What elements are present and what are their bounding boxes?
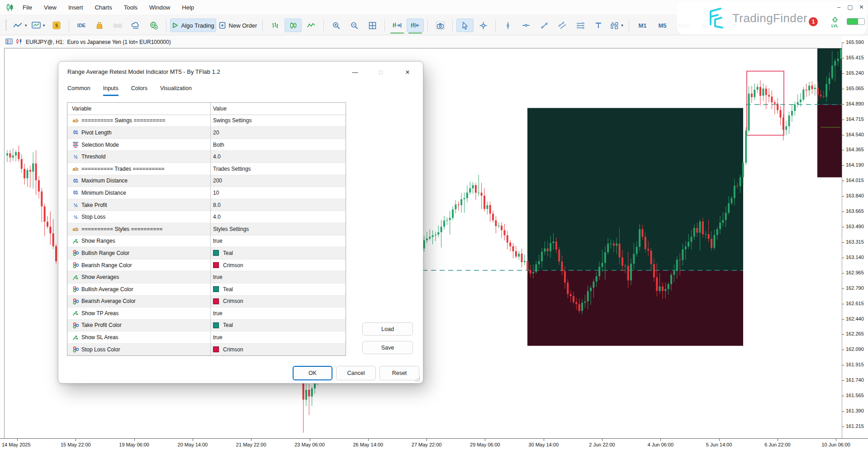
auto-scroll-icon[interactable] (407, 19, 424, 32)
vps-cloud-icon[interactable] (127, 19, 144, 32)
channel-icon[interactable] (554, 19, 571, 32)
tab-visualization[interactable]: Visualization (160, 85, 192, 96)
menu-file[interactable]: File (17, 2, 38, 13)
market-icon[interactable] (91, 19, 108, 32)
table-row[interactable]: Bullish Range ColorTeal (67, 247, 346, 259)
menu-tools[interactable]: Tools (118, 2, 143, 13)
timeframe-m1[interactable]: M1 (633, 19, 652, 32)
table-row[interactable]: Stop Loss ColorCrimson (67, 344, 346, 356)
chevron-down-icon[interactable]: ▾ (621, 23, 623, 28)
variable-value[interactable]: 4.0 (213, 214, 221, 220)
tab-colors[interactable]: Colors (131, 85, 147, 96)
trendline-icon[interactable] (536, 19, 553, 32)
table-row[interactable]: 01Maximum Distance200 (67, 175, 346, 187)
variable-value[interactable]: 10 (213, 190, 219, 196)
dialog-close-button[interactable]: ✕ (400, 66, 415, 78)
menu-help[interactable]: Help (176, 2, 200, 13)
table-row[interactable]: ab========== Trades ==========Trades Set… (67, 163, 346, 175)
table-row[interactable]: Show TP Areastrue (67, 307, 346, 320)
variable-value[interactable]: Crimson (213, 298, 243, 304)
table-row[interactable]: Bearish Range ColorCrimson (67, 259, 346, 272)
load-button[interactable]: Load (362, 322, 413, 336)
tile-windows-icon[interactable] (364, 19, 381, 32)
variable-value[interactable]: Both (213, 142, 224, 148)
notification-badge[interactable]: 1 (809, 17, 818, 26)
chevron-down-icon[interactable]: ▾ (25, 23, 27, 28)
window-minimize-button[interactable]: – (833, 2, 844, 12)
table-row[interactable]: Selection ModeBoth (67, 139, 346, 151)
variable-value[interactable]: 8.0 (213, 202, 221, 208)
fibonacci-icon[interactable] (572, 19, 589, 32)
tab-inputs[interactable]: Inputs (103, 85, 119, 96)
new-order-button[interactable]: New Order (217, 19, 259, 32)
community-icon[interactable] (145, 19, 162, 32)
table-row[interactable]: 01Minimum Distance10 (67, 187, 346, 199)
resize-grip-icon[interactable] (415, 376, 421, 384)
variable-value[interactable]: 20 (213, 130, 219, 136)
price-axis[interactable]: 165.590165.415165.240165.065164.890164.7… (842, 40, 868, 438)
variable-value[interactable]: Trades Settings (213, 166, 251, 172)
dialog-maximize-button[interactable]: □ (374, 66, 388, 78)
table-row[interactable]: ab========== Styles ==========Styles Set… (67, 223, 346, 235)
bar-chart-icon[interactable] (266, 19, 284, 32)
dialog-minimize-button[interactable]: — (348, 66, 362, 78)
menu-view[interactable]: View (38, 2, 62, 13)
variable-value[interactable]: 4.0 (213, 154, 221, 160)
chart-style-icon[interactable]: ▾ (11, 19, 29, 32)
variable-value[interactable]: 200 (213, 178, 222, 184)
window-restore-button[interactable]: ▢ (844, 2, 856, 12)
table-row[interactable]: Take Profit ColorTeal (67, 320, 346, 332)
toolbar-drag-handle[interactable] (5, 19, 7, 31)
menu-window[interactable]: Window (143, 2, 176, 13)
inputs-table[interactable]: VariableValueab========== Swings =======… (67, 102, 346, 356)
tab-common[interactable]: Common (67, 85, 90, 96)
window-close-button[interactable]: ✕ (856, 2, 867, 12)
variable-value[interactable]: true (213, 310, 223, 317)
text-tool-icon[interactable] (590, 19, 607, 32)
table-row[interactable]: Show Rangestrue (67, 235, 346, 248)
variable-value[interactable]: Teal (213, 286, 233, 293)
table-row[interactable]: Show SL Areastrue (67, 331, 346, 344)
save-button[interactable]: Save (362, 341, 413, 354)
variable-value[interactable]: Teal (213, 250, 233, 256)
line-chart-icon[interactable] (303, 19, 320, 32)
indicator-window-icon[interactable]: ▾ (30, 19, 47, 32)
quotes-icon[interactable]: $ (48, 19, 65, 32)
candlestick-chart-icon[interactable] (285, 19, 302, 32)
metaeditor-ide-button[interactable]: IDE (73, 19, 90, 32)
screenshot-icon[interactable] (432, 19, 449, 32)
chart-tab-bar[interactable]: EURJPY@, H1: Euro vs Japanese Yen (1 lot… (0, 36, 842, 48)
table-row[interactable]: Bullish Average ColorTeal (67, 283, 346, 296)
variable-value[interactable]: true (213, 238, 223, 244)
shapes-icon[interactable]: ▾ (608, 19, 625, 32)
horizontal-line-icon[interactable] (517, 19, 535, 32)
variable-value[interactable]: Crimson (213, 262, 243, 269)
zoom-in-icon[interactable] (327, 19, 345, 32)
cursor-icon[interactable] (456, 19, 474, 32)
table-row[interactable]: Show Averagestrue (67, 271, 346, 283)
table-row[interactable]: Bearish Average ColorCrimson (67, 296, 346, 308)
signals-icon[interactable]: ((o)) (109, 19, 126, 32)
table-row[interactable]: ½Stop Loss4.0 (67, 211, 346, 223)
variable-value[interactable]: Styles Settings (213, 226, 249, 232)
table-row[interactable]: 01Pivot Length20 (67, 127, 346, 139)
table-row[interactable]: ab========== Swings ==========Swings Set… (67, 115, 346, 127)
time-axis[interactable]: 14 May 202515 May 22:0019 May 06:0020 Ma… (0, 438, 868, 451)
timeframe-m5[interactable]: M5 (653, 19, 672, 32)
algo-trading-button[interactable]: Algo Trading (170, 19, 216, 32)
table-row[interactable]: ½Threshold4.0 (67, 151, 346, 163)
variable-value[interactable]: true (213, 334, 223, 341)
variable-value[interactable]: true (213, 274, 223, 280)
variable-value[interactable]: Teal (213, 322, 233, 328)
cancel-button[interactable]: Cancel (336, 366, 376, 380)
reset-button[interactable]: Reset (379, 366, 419, 380)
variable-value[interactable]: Crimson (213, 346, 243, 353)
zoom-out-icon[interactable] (346, 19, 363, 32)
vertical-line-icon[interactable] (499, 19, 517, 32)
chevron-down-icon[interactable]: ▾ (43, 23, 45, 28)
shift-chart-end-icon[interactable] (389, 19, 406, 32)
variable-value[interactable]: Swings Settings (213, 117, 251, 124)
ok-button[interactable]: OK (293, 366, 332, 380)
table-row[interactable]: ½Take Profit8.0 (67, 199, 346, 211)
crosshair-icon[interactable] (474, 19, 492, 32)
